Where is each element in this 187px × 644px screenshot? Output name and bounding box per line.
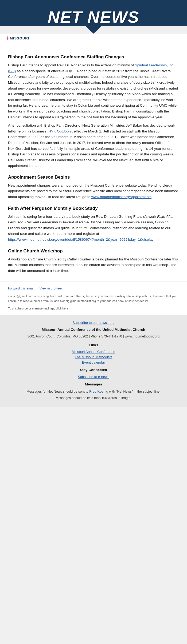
view-browser-link[interactable]: View in browser: [40, 287, 62, 290]
header-banner: NET NEWS: [0, 0, 187, 26]
subscribe-newsletter-link[interactable]: Subscribe to our newsletter: [72, 321, 115, 325]
links-heading: Links: [8, 342, 179, 348]
article2-para: New appointment changes were announced o…: [8, 183, 179, 200]
article4-heading: Online Church Workshop: [8, 248, 179, 254]
article1-heading: Bishop Farr Announces Conference Staffin…: [8, 54, 179, 60]
article2-heading: Appointment Season Begins: [8, 175, 179, 180]
main-content: Bishop Farr Announces Conference Staffin…: [0, 43, 187, 281]
subscribe-enews-link[interactable]: Subscribe to e-news: [78, 375, 109, 379]
tmo-link[interactable]: The Missouri Methodists: [75, 355, 112, 359]
missouri-logo: ✛ MISSOURI: [5, 36, 29, 41]
footer-link-mac: Missouri Annual Conference: [8, 349, 179, 354]
article3-heading: Faith After Ferguson Monthly Book Study: [8, 206, 179, 211]
messages-line2: Messages should be less than 100 words i…: [8, 395, 179, 401]
fred-koenig-link[interactable]: Fred Koenig: [89, 389, 108, 393]
logo-bar: ✛ MISSOURI: [0, 34, 187, 43]
footer-link-tmo: The Missouri Methodists: [8, 355, 179, 359]
org-name: Missouri Annual Conference of the United…: [8, 327, 179, 333]
forward-email-link[interactable]: Forward this email: [8, 287, 34, 290]
event-calendar-link[interactable]: Event calendar: [82, 360, 105, 364]
ferguson-event-link[interactable]: https://www.moumethodist.org/eventdetail…: [8, 238, 159, 241]
footer-links-bar: Forward this email View in browser xxxxx…: [0, 281, 187, 315]
bottom-footer: Subscribe to our newsletter Missouri Ann…: [0, 315, 187, 407]
footer-link-enews: Subscribe to e-news: [8, 375, 179, 379]
forward-links-row: Forward this email View in browser: [8, 287, 179, 290]
hyk-link[interactable]: HYK Outdoors: [49, 129, 72, 133]
messages-heading: Messages: [8, 381, 179, 387]
footer-link-events: Event calendar: [8, 360, 179, 364]
org-address: 3601 Amron Court, Columbia, MO 65202 | P…: [8, 334, 179, 339]
stay-connected-heading: Stay Connected: [8, 367, 179, 373]
article4-para: A workshop an Online Church led by Cathy…: [8, 256, 179, 274]
missouri-label: MISSOURI: [10, 36, 29, 40]
article1-para2: After consultation with Bishop Farr, Dir…: [8, 123, 179, 169]
article3-para: Join us this spring for a four-part, vir…: [8, 214, 179, 243]
subscribe-newsletter-link-container: Subscribe to our newsletter: [8, 320, 179, 325]
messages-line1: Messages for Net News should be sent to …: [8, 389, 179, 395]
footer-disclaimer: xxxxxx@gmail.com is receiving this email…: [8, 294, 179, 303]
appointments-link[interactable]: www.moumethodist.org/appointments: [91, 195, 151, 199]
article1-para1: Bishop Farr intends to appoint Rev. Dr. …: [8, 62, 179, 120]
site-title: NET NEWS: [5, 8, 182, 26]
cross-icon: ✛: [5, 36, 9, 41]
unsubscribe-text: To unsubscribe or manage mailings, click…: [8, 306, 179, 311]
header-triangle-decoration: [85, 26, 102, 34]
mac-link[interactable]: Missouri Annual Conference: [72, 350, 115, 354]
